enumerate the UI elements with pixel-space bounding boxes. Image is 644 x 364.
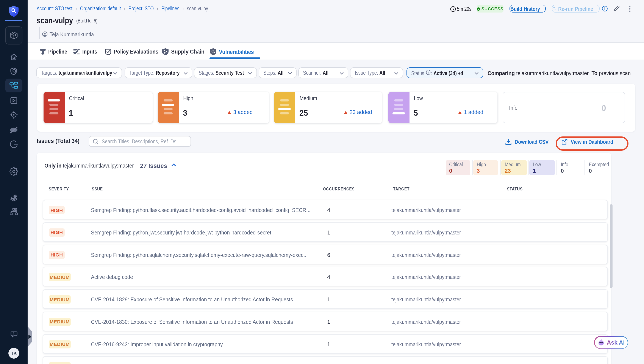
svg-text:?: ? xyxy=(12,332,14,336)
